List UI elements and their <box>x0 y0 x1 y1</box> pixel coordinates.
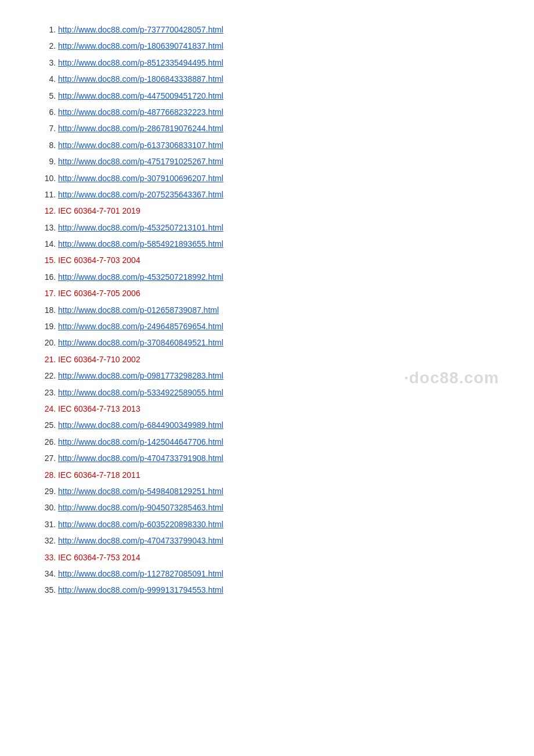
list-item[interactable]: http://www.doc88.com/p-1806843338887.htm… <box>58 73 499 85</box>
list-item[interactable]: http://www.doc88.com/p-012658739087.html <box>58 304 499 316</box>
doc-link[interactable]: http://www.doc88.com/p-7377700428057.htm… <box>58 25 223 34</box>
doc-link[interactable]: http://www.doc88.com/p-5334922589055.htm… <box>58 388 223 397</box>
main-list: http://www.doc88.com/p-7377700428057.htm… <box>35 23 499 597</box>
list-item: IEC 60364-7-718 2011 <box>58 469 499 481</box>
list-item[interactable]: http://www.doc88.com/p-3708460849521.htm… <box>58 336 499 349</box>
list-item: IEC 60364-7-701 2019 <box>58 204 499 217</box>
doc-link[interactable]: http://www.doc88.com/p-4475009451720.htm… <box>58 91 223 100</box>
list-item[interactable]: http://www.doc88.com/p-1127827085091.htm… <box>58 567 499 580</box>
list-item[interactable]: http://www.doc88.com/p-4532507218992.htm… <box>58 271 499 283</box>
list-item[interactable]: http://www.doc88.com/p-1806390741837.htm… <box>58 39 499 52</box>
list-item[interactable]: http://www.doc88.com/p-4751791025267.htm… <box>58 155 499 168</box>
list-item: IEC 60364-7-705 2006 <box>58 287 499 300</box>
list-item[interactable]: http://www.doc88.com/p-6844900349989.htm… <box>58 419 499 431</box>
doc-link[interactable]: http://www.doc88.com/p-6844900349989.htm… <box>58 420 223 430</box>
doc-link[interactable]: http://www.doc88.com/p-8512335494495.htm… <box>58 58 223 67</box>
list-item: IEC 60364-7-753 2014 <box>58 551 499 564</box>
list-item[interactable]: http://www.doc88.com/p-4475009451720.htm… <box>58 89 499 102</box>
list-item[interactable]: http://www.doc88.com/p-0981773298283.htm… <box>58 369 499 382</box>
doc-link[interactable]: http://www.doc88.com/p-3708460849521.htm… <box>58 338 223 347</box>
doc-link[interactable]: http://www.doc88.com/p-2867819076244.htm… <box>58 124 223 133</box>
list-item[interactable]: http://www.doc88.com/p-2075235643367.htm… <box>58 188 499 201</box>
doc-link[interactable]: http://www.doc88.com/p-4704733791908.htm… <box>58 453 223 463</box>
doc-link[interactable]: http://www.doc88.com/p-4877668232223.htm… <box>58 107 223 117</box>
list-item[interactable]: http://www.doc88.com/p-2496485769654.htm… <box>58 320 499 333</box>
doc-link[interactable]: http://www.doc88.com/p-4704733799043.htm… <box>58 536 223 545</box>
list-item[interactable]: http://www.doc88.com/p-9999131794553.htm… <box>58 584 499 596</box>
list-item: IEC 60364-7-703 2004 <box>58 254 499 267</box>
list-item[interactable]: http://www.doc88.com/p-4704733791908.htm… <box>58 452 499 465</box>
doc-link[interactable]: http://www.doc88.com/p-1806390741837.htm… <box>58 41 223 51</box>
list-item[interactable]: http://www.doc88.com/p-6137306833107.htm… <box>58 139 499 152</box>
doc-link[interactable]: http://www.doc88.com/p-9999131794553.htm… <box>58 585 223 595</box>
list-item[interactable]: http://www.doc88.com/p-3079100696207.htm… <box>58 172 499 185</box>
list-item[interactable]: http://www.doc88.com/p-5334922589055.htm… <box>58 386 499 399</box>
doc-link[interactable]: http://www.doc88.com/p-5854921893655.htm… <box>58 239 223 249</box>
doc-link[interactable]: http://www.doc88.com/p-0981773298283.htm… <box>58 371 223 380</box>
list-item: IEC 60364-7-710 2002 <box>58 353 499 366</box>
doc-link[interactable]: http://www.doc88.com/p-1806843338887.htm… <box>58 74 223 84</box>
doc-link[interactable]: http://www.doc88.com/p-2075235643367.htm… <box>58 190 223 199</box>
list-item[interactable]: http://www.doc88.com/p-5854921893655.htm… <box>58 237 499 250</box>
list-item[interactable]: http://www.doc88.com/p-4532507213101.htm… <box>58 221 499 234</box>
list-item[interactable]: http://www.doc88.com/p-7377700428057.htm… <box>58 23 499 36</box>
list-item[interactable]: http://www.doc88.com/p-4704733799043.htm… <box>58 534 499 547</box>
doc-link[interactable]: http://www.doc88.com/p-6035220898330.htm… <box>58 520 223 529</box>
doc-link[interactable]: http://www.doc88.com/p-012658739087.html <box>58 305 219 315</box>
list-item[interactable]: http://www.doc88.com/p-2867819076244.htm… <box>58 122 499 135</box>
doc-link[interactable]: http://www.doc88.com/p-4532507218992.htm… <box>58 272 223 282</box>
doc-link[interactable]: http://www.doc88.com/p-3079100696207.htm… <box>58 174 223 183</box>
doc-link[interactable]: http://www.doc88.com/p-6137306833107.htm… <box>58 141 223 150</box>
doc-link[interactable]: http://www.doc88.com/p-4751791025267.htm… <box>58 157 223 166</box>
doc-link[interactable]: http://www.doc88.com/p-5498408129251.htm… <box>58 487 223 496</box>
list-item[interactable]: http://www.doc88.com/p-6035220898330.htm… <box>58 518 499 531</box>
list-item: IEC 60364-7-713 2013 <box>58 402 499 415</box>
doc-link[interactable]: http://www.doc88.com/p-9045073285463.htm… <box>58 503 223 512</box>
doc-link[interactable]: http://www.doc88.com/p-1425044647706.htm… <box>58 437 223 447</box>
list-item[interactable]: http://www.doc88.com/p-1425044647706.htm… <box>58 435 499 448</box>
doc-link[interactable]: http://www.doc88.com/p-2496485769654.htm… <box>58 322 223 331</box>
list-item[interactable]: http://www.doc88.com/p-9045073285463.htm… <box>58 501 499 514</box>
list-item[interactable]: http://www.doc88.com/p-5498408129251.htm… <box>58 485 499 498</box>
doc-link[interactable]: http://www.doc88.com/p-4532507213101.htm… <box>58 223 223 232</box>
list-item[interactable]: http://www.doc88.com/p-4877668232223.htm… <box>58 106 499 118</box>
list-item[interactable]: http://www.doc88.com/p-8512335494495.htm… <box>58 56 499 69</box>
doc-link[interactable]: http://www.doc88.com/p-1127827085091.htm… <box>58 569 223 578</box>
